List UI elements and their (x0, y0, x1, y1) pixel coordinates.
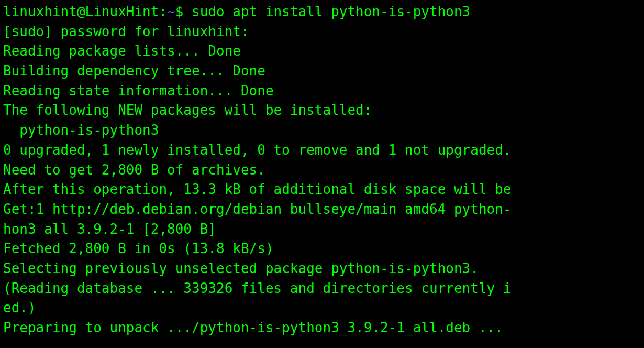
output-line-reading-state: Reading state information... Done (3, 81, 641, 101)
output-line-upgrade-summary: 0 upgraded, 1 newly installed, 0 to remo… (3, 140, 641, 160)
output-line-selecting: Selecting previously unselected package … (3, 259, 641, 279)
command-input[interactable]: sudo apt install python-is-python3 (192, 4, 470, 19)
prompt-symbol: $ (175, 4, 192, 19)
output-line-disk-space: After this operation, 13.3 kB of additio… (3, 180, 641, 200)
output-line-reading-packages: Reading package lists... Done (3, 41, 641, 61)
output-line-reading-db-cont: ed.) (3, 298, 641, 318)
output-line-archive-size: Need to get 2,800 B of archives. (3, 160, 641, 180)
prompt-line[interactable]: linuxhint@LinuxHint:~$ sudo apt install … (3, 2, 641, 22)
output-line-preparing: Preparing to unpack .../python-is-python… (3, 318, 641, 338)
output-line-reading-db: (Reading database ... 339326 files and d… (3, 279, 641, 299)
output-line-sudo-password: [sudo] password for linuxhint: (3, 22, 641, 42)
output-line-package-name: python-is-python3 (3, 121, 641, 140)
output-line-get-url-cont: hon3 all 3.9.2-1 [2,800 B] (3, 220, 641, 240)
output-line-new-packages-header: The following NEW packages will be insta… (3, 101, 641, 121)
prompt-userhost: linuxhint@LinuxHint (3, 4, 159, 19)
output-line-get-url: Get:1 http://deb.debian.org/debian bulls… (3, 200, 641, 220)
output-line-fetched: Fetched 2,800 B in 0s (13.8 kB/s) (3, 239, 641, 259)
prompt-path: ~ (167, 4, 175, 19)
prompt-separator: : (159, 4, 167, 19)
output-line-building-tree: Building dependency tree... Done (3, 61, 641, 81)
